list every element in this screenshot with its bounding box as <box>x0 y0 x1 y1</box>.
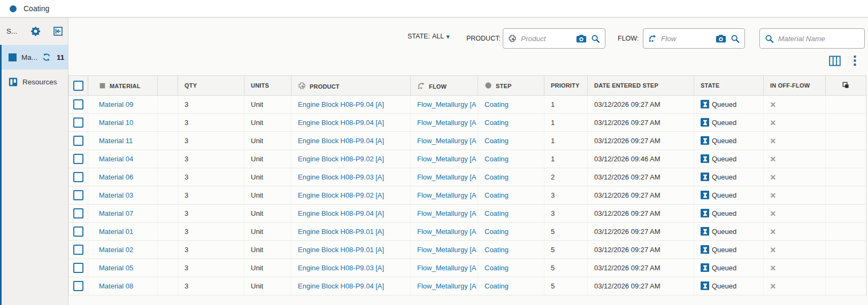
refresh-icon[interactable] <box>42 53 51 61</box>
search-icon[interactable] <box>591 34 600 43</box>
column-header-units[interactable]: UNITS <box>244 76 291 96</box>
flow-link[interactable]: Flow_Metallurgy [A <box>417 100 477 108</box>
state-filter-dropdown[interactable]: STATE: ALL ▾ <box>408 33 450 40</box>
more-options-icon[interactable] <box>854 55 856 66</box>
material-link[interactable]: Material 11 <box>99 137 133 145</box>
x-icon: × <box>770 208 776 219</box>
state-filter-value: ALL <box>432 33 444 40</box>
material-link[interactable]: Material 07 <box>99 209 133 217</box>
column-header-actions[interactable] <box>826 76 866 96</box>
column-header-state[interactable]: STATE <box>694 76 764 96</box>
row-checkbox[interactable] <box>73 263 83 273</box>
step-link[interactable]: Coating <box>485 173 509 181</box>
row-checkbox[interactable] <box>73 245 83 255</box>
x-icon: × <box>770 226 776 237</box>
camera-icon[interactable] <box>576 35 587 43</box>
column-header-date_entered_step[interactable]: DATE ENTERED STEP <box>588 76 694 96</box>
sidebar-title: S... <box>6 27 17 35</box>
material-link[interactable]: Material 01 <box>99 228 133 236</box>
hourglass-icon <box>701 136 709 145</box>
qty-cell: 3 <box>178 223 244 241</box>
step-link[interactable]: Coating <box>485 119 509 127</box>
column-header-priority[interactable]: PRIORITY <box>544 76 588 96</box>
product-link[interactable]: Engine Block H08-P9.04 [A] <box>298 282 384 290</box>
column-header-flow[interactable]: FLOW <box>411 76 478 96</box>
product-link[interactable]: Engine Block H08-P9.04 [A] <box>298 100 384 108</box>
material-link[interactable]: Material 10 <box>99 119 133 127</box>
flow-link[interactable]: Flow_Metallurgy [A <box>417 155 477 163</box>
product-link[interactable]: Engine Block H08-P9.04 [A] <box>298 209 384 217</box>
product-filter-input[interactable] <box>521 35 572 43</box>
material-name-search-input[interactable] <box>778 35 859 43</box>
step-link[interactable]: Coating <box>485 209 509 217</box>
step-link[interactable]: Coating <box>485 246 509 254</box>
priority-cell: 5 <box>544 277 588 295</box>
material-link[interactable]: Material 06 <box>99 173 133 181</box>
flow-link[interactable]: Flow_Metallurgy [A <box>417 282 477 290</box>
units-cell: Unit <box>244 186 291 205</box>
material-link[interactable]: Material 09 <box>99 100 133 108</box>
product-link[interactable]: Engine Block H08-P9.01 [A] <box>298 246 384 254</box>
flow-link[interactable]: Flow_Metallurgy [A <box>417 173 477 181</box>
column-header-step[interactable]: STEP <box>478 76 544 96</box>
step-link[interactable]: Coating <box>485 100 509 108</box>
sidebar-item-materials[interactable]: Ma... 11 <box>0 45 68 69</box>
flow-link[interactable]: Flow_Metallurgy [A <box>417 209 477 217</box>
flow-link[interactable]: Flow_Metallurgy [A <box>417 119 477 127</box>
material-link[interactable]: Material 03 <box>99 191 133 199</box>
row-checkbox[interactable] <box>73 281 83 291</box>
hourglass-icon <box>701 227 709 236</box>
row-checkbox[interactable] <box>73 208 83 218</box>
search-icon[interactable] <box>731 34 740 43</box>
product-link[interactable]: Engine Block H08-P9.02 [A] <box>298 191 384 199</box>
row-checkbox[interactable] <box>73 136 83 146</box>
column-header-product[interactable]: PRODUCT <box>291 76 411 96</box>
flow-link[interactable]: Flow_Metallurgy [A <box>417 246 477 254</box>
row-checkbox[interactable] <box>73 190 83 200</box>
row-checkbox[interactable] <box>73 154 83 164</box>
flow-link[interactable]: Flow_Metallurgy [A <box>417 228 477 236</box>
step-link[interactable]: Coating <box>485 191 509 199</box>
step-link[interactable]: Coating <box>485 264 509 272</box>
gear-icon[interactable] <box>30 26 41 36</box>
product-link[interactable]: Engine Block H08-P9.01 [A] <box>298 228 384 236</box>
row-checkbox[interactable] <box>73 118 83 128</box>
material-link[interactable]: Material 02 <box>99 246 133 254</box>
product-link[interactable]: Engine Block H08-P9.03 [A] <box>298 173 384 181</box>
collapse-left-icon[interactable] <box>53 27 63 36</box>
flow-link[interactable]: Flow_Metallurgy [A <box>417 137 477 145</box>
hourglass-icon <box>701 173 709 181</box>
row-checkbox[interactable] <box>73 226 83 237</box>
select-all-checkbox[interactable] <box>73 81 83 91</box>
row-checkbox[interactable] <box>73 172 83 182</box>
state-badge: Queued <box>701 118 736 127</box>
material-link[interactable]: Material 08 <box>99 282 133 290</box>
column-header-qty[interactable]: QTY <box>178 76 244 96</box>
column-header-material[interactable]: MATERIAL <box>88 76 158 96</box>
materials-count-badge: 11 <box>57 53 64 61</box>
step-link[interactable]: Coating <box>485 155 509 163</box>
flow-filter-input[interactable] <box>661 35 711 43</box>
column-header-in_off_flow[interactable]: IN OFF-FLOW <box>764 76 826 96</box>
main-content: STATE: ALL ▾ PRODUCT: FLOW: <box>68 18 868 305</box>
state-badge: Queued <box>701 281 736 290</box>
camera-icon[interactable] <box>716 35 726 43</box>
column-chooser-icon[interactable] <box>829 56 841 66</box>
product-link[interactable]: Engine Block H08-P9.04 [A] <box>298 119 384 127</box>
material-link[interactable]: Material 04 <box>99 155 133 163</box>
step-link[interactable]: Coating <box>485 228 509 236</box>
material-square-icon <box>9 53 17 61</box>
row-checkbox[interactable] <box>73 99 83 110</box>
product-link[interactable]: Engine Block H08-P9.02 [A] <box>298 155 384 163</box>
flow-link[interactable]: Flow_Metallurgy [A <box>417 191 477 199</box>
state-label: Queued <box>712 246 736 254</box>
sidebar-item-resources[interactable]: Resources <box>0 69 68 94</box>
material-link[interactable]: Material 05 <box>99 264 133 272</box>
product-link[interactable]: Engine Block H08-P9.03 [A] <box>298 264 384 272</box>
step-link[interactable]: Coating <box>485 137 509 145</box>
step-link[interactable]: Coating <box>485 282 509 290</box>
product-link[interactable]: Engine Block H08-P9.04 [A] <box>298 137 384 145</box>
priority-cell: 1 <box>544 150 588 168</box>
flow-link[interactable]: Flow_Metallurgy [A <box>417 264 477 272</box>
state-badge: Queued <box>701 136 736 145</box>
